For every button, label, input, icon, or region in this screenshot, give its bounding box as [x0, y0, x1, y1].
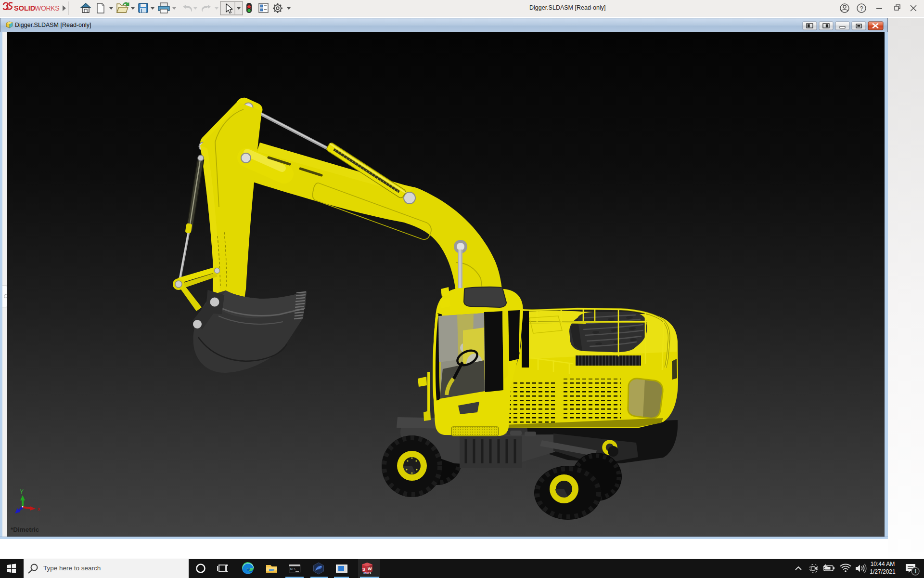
svg-text:SOLID: SOLID: [14, 4, 35, 12]
svg-text:Y: Y: [20, 488, 24, 495]
svg-text:1: 1: [914, 568, 917, 574]
svg-text:x: x: [38, 506, 40, 512]
svg-text:C:\_: C:\_: [290, 567, 297, 571]
svg-text:?: ?: [860, 5, 863, 12]
svg-text:WORKS: WORKS: [35, 4, 59, 12]
